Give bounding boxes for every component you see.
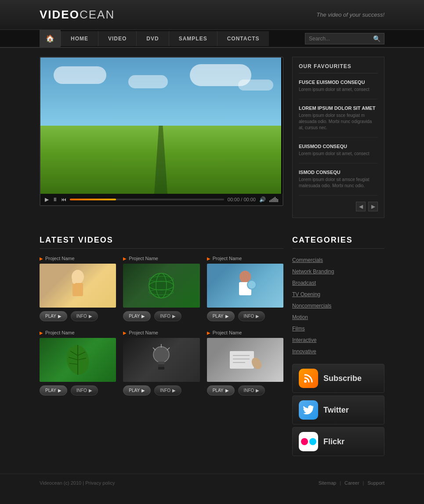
play-arrow-2: ▶ [141,314,145,319]
video-card-3-name: Project Name [213,256,242,261]
play-arrow-4: ▶ [58,388,62,393]
cat-link-commercials[interactable]: Commercials [292,257,323,263]
latest-videos-section: LATEST VIDEOS ▶ Project Name [40,236,283,456]
progress-fill [70,199,116,200]
info-button-5[interactable]: INFO ▶ [154,385,181,395]
fav-item-4-title[interactable]: ISMOD CONSEQU [299,170,378,175]
search-input[interactable] [309,36,370,42]
cat-link-broadcast[interactable]: Broadcast [292,280,316,286]
video-thumb-6[interactable] [207,338,283,382]
footer-career[interactable]: Career [344,480,359,486]
thumb-inner-2 [123,264,199,308]
info-label-1: INFO [76,314,87,319]
fav-item-2-title[interactable]: LOREM IPSUM DOLOR SIT AMET [299,105,378,111]
categories-list: Commercials Network Branding Broadcast T… [292,256,384,355]
play-button-1[interactable]: PLAY ▶ [40,311,67,321]
writing-figure [228,347,263,373]
info-button-1[interactable]: INFO ▶ [71,311,98,321]
video-card-4-title: ▶ Project Name [40,330,116,335]
cat-link-tv-opening[interactable]: TV Opening [292,291,320,297]
video-thumb-2[interactable] [123,264,199,308]
nav-video[interactable]: VIDEO [98,31,136,46]
flickr-icon [299,432,318,451]
info-label-6: INFO [244,388,254,393]
play-button-6[interactable]: PLAY ▶ [207,385,235,395]
fav-item-1-desc: Lorem ipsum dolor sit amet, consect [299,87,378,93]
footer-sitemap[interactable]: Sitemap [319,480,336,486]
person2-figure [232,268,258,303]
footer: Videocean (c) 2010 | Privacy policy Site… [0,474,424,492]
prev-control[interactable]: ⏮ [61,196,66,203]
cat-item-interactive: Interactive [292,336,384,344]
fav-item-3-title[interactable]: EUISMOD CONSEQU [299,144,378,149]
play-label-3: PLAY [213,314,224,319]
twitter-button[interactable]: Twitter [292,395,384,424]
video-card-5: ▶ Project Name [123,330,199,395]
cat-item-commercials: Commercials [292,256,384,264]
info-label-5: INFO [160,388,170,393]
video-player: ▶ ⏸ ⏮ 00:00 / 00:00 🔊 [40,57,283,206]
cat-link-films[interactable]: Films [292,326,305,332]
info-button-3[interactable]: INFO ▶ [238,311,265,321]
nav-contacts[interactable]: CONTACTS [217,31,269,46]
thumb-inner-6 [207,338,283,382]
cat-link-noncommercials[interactable]: Noncommercials [292,303,331,309]
categories-title: CATEGORIES [292,236,384,249]
play-arrow-5: ▶ [141,388,145,393]
info-button-2[interactable]: INFO ▶ [154,311,181,321]
rss-svg [303,373,314,384]
search-icon-button[interactable]: 🔍 [373,35,381,42]
fav-item-1-title[interactable]: FUSCE EUISMOD CONSEQU [299,80,378,85]
fav-item-2-desc: Lorem ipsum dolor ssce feugiat m alesuad… [299,112,378,131]
info-button-6[interactable]: INFO ▶ [238,385,265,395]
video-card-1-buttons: PLAY ▶ INFO ▶ [40,311,116,321]
play-button-3[interactable]: PLAY ▶ [207,311,235,321]
video-thumb-3[interactable] [207,264,283,308]
cat-link-innovative[interactable]: Innovative [292,348,316,355]
video-thumb-4[interactable] [40,338,116,382]
video-card-2-buttons: PLAY ▶ INFO ▶ [123,311,199,321]
logo: VIDEOCEAN [40,8,115,22]
footer-support[interactable]: Support [367,480,384,486]
footer-copyright: Videocean (c) 2010 | Privacy policy [40,480,115,486]
tagline: The video of your success! [316,11,384,18]
fav-next-button[interactable]: ▶ [368,202,378,211]
nav-dvd[interactable]: DVD [136,31,168,46]
play-button-4[interactable]: PLAY ▶ [40,385,67,395]
video-card-5-buttons: PLAY ▶ INFO ▶ [123,385,199,395]
field-path [154,126,167,194]
video-card-1: ▶ Project Name [40,256,116,321]
logo-video: VIDEO [40,8,80,21]
video-thumb-1[interactable] [40,264,116,308]
arrow-icon-6: ▶ [207,330,210,335]
subscribe-button[interactable]: Subscribe [292,364,384,393]
nav-home[interactable]: HOME [61,31,98,46]
play-arrow-6: ▶ [225,388,229,393]
flickr-button[interactable]: Flickr [292,427,384,456]
info-arrow-4: ▶ [89,388,92,393]
video-card-3-buttons: PLAY ▶ INFO ▶ [207,311,283,321]
play-button-5[interactable]: PLAY ▶ [123,385,151,395]
video-thumb-5[interactable] [123,338,199,382]
progress-bar[interactable] [70,199,224,200]
play-button-2[interactable]: PLAY ▶ [123,311,151,321]
video-screen[interactable] [40,58,281,194]
navigation: 🏠 HOME VIDEO DVD SAMPLES CONTACTS 🔍 [0,30,424,48]
video-row-1: ▶ Project Name [40,256,283,321]
info-arrow-1: ▶ [89,314,92,319]
cat-link-motion[interactable]: Motion [292,314,308,320]
info-button-4[interactable]: INFO ▶ [71,385,98,395]
pause-control[interactable]: ⏸ [52,196,58,203]
nav-samples[interactable]: SAMPLES [169,31,217,46]
logo-ocean: CEAN [80,8,115,21]
cloud-2 [128,75,168,88]
cat-link-interactive[interactable]: Interactive [292,337,316,343]
footer-links: Sitemap | Career | Support [319,480,384,486]
nav-home-button[interactable]: 🏠 [40,30,61,47]
info-arrow-5: ▶ [172,388,176,393]
svg-rect-1 [72,283,83,296]
play-control[interactable]: ▶ [45,196,49,203]
video-card-2: ▶ Project Name [123,256,199,321]
cat-link-network-branding[interactable]: Network Branding [292,268,334,275]
fav-prev-button[interactable]: ◀ [356,202,366,211]
